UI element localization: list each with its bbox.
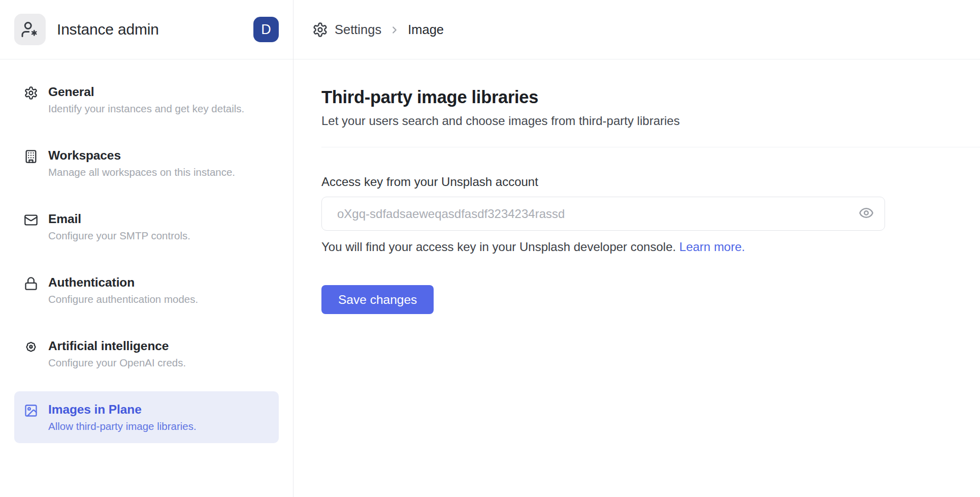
app-title: Instance admin [57,21,253,38]
settings-gear-icon [312,22,328,38]
save-changes-button[interactable]: Save changes [321,285,434,314]
sidebar-item-email[interactable]: Email Configure your SMTP controls. [14,201,279,253]
main-panel: Settings Image Third-party image librari… [293,0,980,497]
sidebar-item-description: Configure your SMTP controls. [48,229,190,242]
sidebar-item-description: Manage all workspaces on this instance. [48,165,235,179]
page-subtitle: Let your users search and choose images … [321,113,980,129]
gear-icon [24,86,38,100]
sidebar: Instance admin D General Identify your i… [0,0,293,497]
access-key-input[interactable] [322,197,854,230]
eye-icon [859,205,874,222]
sidebar-item-label: General [48,84,244,100]
sidebar-item-label: Workspaces [48,147,235,163]
sidebar-item-authentication[interactable]: Authentication Configure authentication … [14,264,279,316]
breadcrumb-current: Image [408,22,444,37]
breadcrumb-settings[interactable]: Settings [335,22,381,37]
image-icon [24,403,38,418]
helper-text: You will find your access key in your Un… [321,239,980,255]
access-key-field-wrap [321,197,885,231]
sidebar-item-label: Artificial intelligence [48,338,186,354]
sidebar-item-general[interactable]: General Identify your instances and get … [14,74,279,126]
page-title: Third-party image libraries [321,86,980,108]
sidebar-item-label: Authentication [48,274,198,290]
mail-icon [24,213,38,227]
sidebar-item-description: Configure authentication modes. [48,292,198,306]
learn-more-link[interactable]: Learn more. [679,240,745,254]
reveal-key-button[interactable] [854,197,885,230]
sidebar-item-description: Configure your OpenAI creds. [48,356,186,369]
sidebar-item-description: Allow third-party image libraries. [48,419,197,433]
breadcrumb: Settings Image [312,22,444,38]
sidebar-item-workspaces[interactable]: Workspaces Manage all workspaces on this… [14,137,279,189]
chevron-right-icon [389,24,400,36]
access-key-label: Access key from your Unsplash account [321,174,980,190]
user-avatar[interactable]: D [253,17,279,42]
sidebar-item-label: Email [48,211,190,227]
sidebar-item-description: Identify your instances and get key deta… [48,102,244,115]
sidebar-item-artificial-intelligence[interactable]: Artificial intelligence Configure your O… [14,328,279,380]
helper-text-body: You will find your access key in your Un… [321,240,676,254]
sidebar-header: Instance admin D [0,0,293,59]
sidebar-nav: General Identify your instances and get … [0,59,293,455]
settings-content: Third-party image libraries Let your use… [293,59,980,314]
user-cog-icon [14,14,46,45]
brain-cog-icon [24,340,38,354]
sidebar-item-label: Images in Plane [48,401,197,417]
lock-icon [24,276,38,291]
instance-admin-app: Instance admin D General Identify your i… [0,0,980,497]
main-header: Settings Image [293,0,980,59]
building-icon [24,149,38,164]
sidebar-item-images-in-plane[interactable]: Images in Plane Allow third-party image … [14,391,279,443]
section-divider [321,147,980,147]
